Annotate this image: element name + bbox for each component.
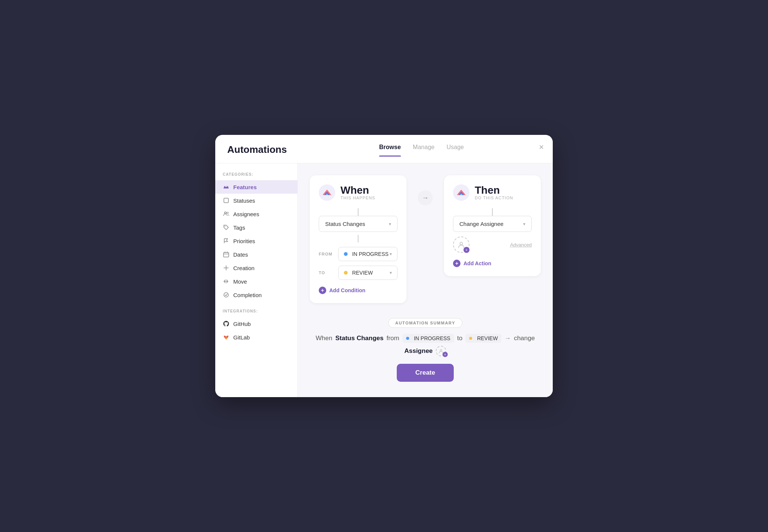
calendar-icon — [223, 251, 230, 258]
summary-from-dot — [406, 337, 409, 340]
assignee-avatar[interactable]: + — [453, 236, 470, 253]
sidebar-item-features[interactable]: Features — [215, 180, 297, 194]
then-title-group: Then DO THIS ACTION — [475, 185, 513, 200]
summary-action-word: change — [514, 335, 535, 342]
add-action-label: Add Action — [464, 260, 491, 266]
when-title-group: When THIS HAPPENS — [340, 185, 375, 200]
creation-icon — [223, 265, 230, 271]
sidebar-item-github[interactable]: GitHub — [215, 317, 297, 330]
svg-point-7 — [224, 293, 228, 297]
summary-section: AUTOMATION SUMMARY When Status Changes f… — [310, 318, 541, 382]
summary-trigger: Status Changes — [335, 335, 383, 342]
from-content: IN PROGRESS — [344, 251, 388, 257]
tab-manage[interactable]: Manage — [413, 144, 435, 157]
tab-browse[interactable]: Browse — [379, 144, 401, 157]
from-row: FROM IN PROGRESS ▾ — [319, 247, 398, 261]
then-title: Then — [475, 185, 513, 196]
sidebar-item-assignees[interactable]: Assignees — [215, 207, 297, 221]
sidebar-item-move-label: Move — [233, 278, 247, 285]
tag-icon — [223, 224, 230, 231]
sidebar-item-gitlab[interactable]: GitLab — [215, 330, 297, 344]
summary-badge: AUTOMATION SUMMARY — [388, 318, 462, 328]
sidebar-item-priorities[interactable]: Priorities — [215, 234, 297, 248]
svg-point-8 — [460, 242, 463, 245]
github-icon — [223, 320, 230, 327]
summary-to-pill: REVIEW — [465, 334, 501, 343]
sidebar-item-dates-label: Dates — [233, 251, 248, 258]
sidebar-item-completion-label: Completion — [233, 292, 262, 298]
then-logo — [453, 184, 470, 201]
action-dropdown[interactable]: Change Assignee ▾ — [453, 216, 532, 232]
from-label: FROM — [319, 252, 334, 256]
sidebar-item-github-label: GitHub — [233, 321, 251, 327]
flag-icon — [223, 238, 230, 244]
automations-modal: Automations Browse Manage Usage × CATEGO… — [215, 135, 553, 397]
clickup-logo-when — [322, 188, 332, 197]
modal-header: Automations Browse Manage Usage × — [215, 135, 553, 163]
action-chevron-icon: ▾ — [523, 221, 525, 227]
then-subtitle: DO THIS ACTION — [475, 196, 513, 200]
sidebar-item-tags-label: Tags — [233, 224, 245, 231]
sidebar-item-creation-label: Creation — [233, 265, 255, 271]
to-row: TO REVIEW ▾ — [319, 266, 398, 280]
arrow-icon: → — [418, 190, 433, 205]
sidebar-item-creation[interactable]: Creation — [215, 261, 297, 275]
summary-label-row: AUTOMATION SUMMARY — [310, 318, 541, 328]
gitlab-icon — [223, 334, 230, 341]
from-dropdown[interactable]: IN PROGRESS ▾ — [338, 247, 398, 261]
svg-point-1 — [225, 212, 226, 214]
sidebar-item-assignees-label: Assignees — [233, 211, 259, 217]
modal-body: CATEGORIES: Features Statuses — [215, 163, 553, 397]
sidebar-item-tags[interactable]: Tags — [215, 221, 297, 234]
then-panel: Then DO THIS ACTION Change Assignee ▾ — [444, 175, 541, 276]
when-panel: When THIS HAPPENS Status Changes ▾ FROM — [310, 175, 406, 303]
sidebar-item-statuses[interactable]: Statuses — [215, 194, 297, 207]
sidebar-item-dates[interactable]: Dates — [215, 248, 297, 261]
summary-text: When Status Changes from IN PROGRESS to … — [310, 334, 541, 356]
to-value: REVIEW — [352, 270, 373, 276]
to-content: REVIEW — [344, 270, 373, 276]
sidebar-item-completion[interactable]: Completion — [215, 288, 297, 302]
summary-from-value: IN PROGRESS — [414, 335, 450, 341]
square-icon — [223, 197, 230, 204]
arrow-connector: → — [414, 190, 436, 205]
trigger-dropdown[interactable]: Status Changes ▾ — [319, 216, 398, 232]
summary-plus-badge: + — [442, 352, 448, 357]
summary-to-value: REVIEW — [477, 335, 498, 341]
summary-action-bold: Assignee — [404, 347, 433, 355]
advanced-link[interactable]: Advanced — [510, 242, 532, 248]
to-dropdown[interactable]: REVIEW ▾ — [338, 266, 398, 280]
when-connector-top — [358, 208, 358, 216]
add-action-button[interactable]: + Add Action — [453, 260, 532, 267]
create-button[interactable]: Create — [397, 364, 454, 382]
trigger-value: Status Changes — [325, 221, 365, 227]
summary-when-word: When — [316, 335, 332, 342]
add-condition-plus-icon: + — [319, 287, 326, 294]
add-condition-label: Add Condition — [329, 287, 365, 293]
assignee-area: + Advanced — [453, 236, 532, 253]
action-value: Change Assignee — [459, 221, 504, 227]
add-condition-button[interactable]: + Add Condition — [319, 287, 398, 294]
tab-usage[interactable]: Usage — [447, 144, 464, 157]
sidebar-divider — [215, 302, 297, 309]
svg-point-9 — [440, 349, 442, 351]
automation-builder: When THIS HAPPENS Status Changes ▾ FROM — [310, 175, 541, 303]
add-action-plus-icon: + — [453, 260, 460, 267]
summary-to-word: to — [457, 335, 462, 342]
to-status-dot — [344, 271, 348, 275]
integrations-label: INTEGRATIONS: — [215, 309, 297, 317]
sidebar-item-gitlab-label: GitLab — [233, 334, 250, 341]
summary-from-pill: IN PROGRESS — [402, 334, 454, 343]
trigger-chevron-icon: ▾ — [389, 221, 391, 227]
svg-rect-0 — [224, 198, 228, 203]
categories-label: CATEGORIES: — [215, 172, 297, 180]
from-chevron-icon: ▾ — [390, 251, 392, 257]
check-circle-icon — [223, 291, 230, 298]
sidebar: CATEGORIES: Features Statuses — [215, 163, 298, 397]
sidebar-item-move[interactable]: Move — [215, 275, 297, 288]
when-subtitle: THIS HAPPENS — [340, 196, 375, 200]
summary-arrow-icon: → — [504, 335, 511, 342]
person-icon — [458, 241, 465, 248]
close-button[interactable]: × — [539, 142, 544, 152]
summary-from-word: from — [387, 335, 399, 342]
